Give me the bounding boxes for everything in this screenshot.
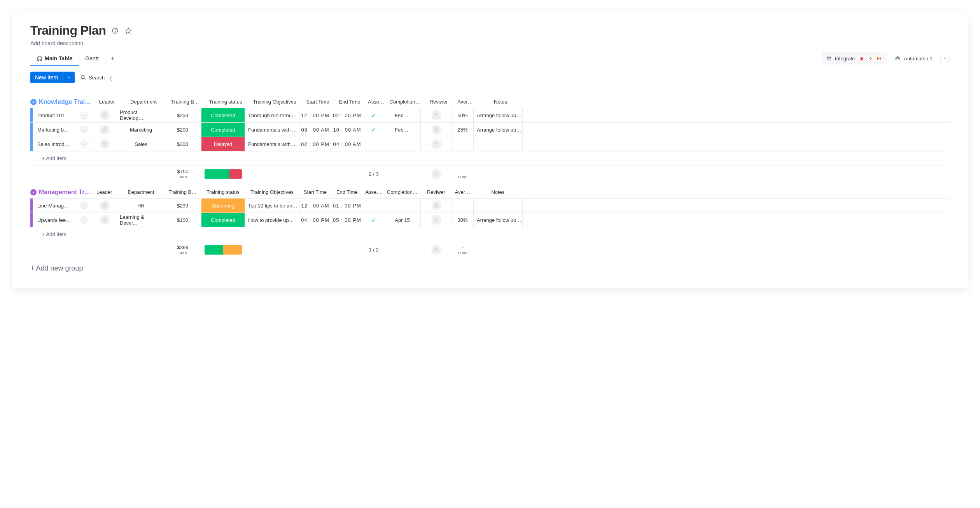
start-time-cell[interactable]: 12 : 00 AM [299,199,331,213]
table-row[interactable]: Sales Introd… Sales $300 Delayed Fundame… [30,137,950,151]
notes-cell[interactable]: Arrange follow up… [474,108,523,122]
open-item-icon[interactable] [80,126,88,133]
average-cell[interactable]: 30% [452,213,474,227]
notes-cell[interactable] [474,137,523,151]
item-name-cell[interactable]: Sales Introd… [33,137,91,151]
objectives-cell[interactable]: How to provide up… [245,213,299,227]
open-item-icon[interactable] [80,112,88,119]
department-cell[interactable]: Marketing [118,123,164,137]
board-subtitle[interactable]: Add board description [30,40,950,46]
col-notes[interactable]: Notes [473,186,522,198]
end-time-cell[interactable]: 01 : 00 PM [331,199,363,213]
col-status[interactable]: Training status [201,186,245,198]
assessment-cell[interactable] [363,199,384,213]
status-cell[interactable]: Completed [201,108,245,122]
group-title[interactable]: Knowledge Train… [39,98,93,105]
open-item-icon[interactable] [80,141,88,148]
reviewer-cell[interactable] [421,108,452,122]
table-row[interactable]: Marketing b… Marketing $200 Completed Fu… [30,123,950,137]
leader-cell[interactable] [91,123,118,137]
assessment-cell[interactable]: ✓ [363,213,384,227]
department-cell[interactable]: HR [118,199,164,213]
end-time-cell[interactable]: 10 : 00 AM [331,123,363,137]
reviewer-cell[interactable] [421,123,452,137]
start-time-cell[interactable]: 12 : 00 PM [299,108,331,122]
col-notes[interactable]: Notes [476,96,525,108]
end-time-cell[interactable]: 02 : 00 PM [331,108,363,122]
average-cell[interactable] [452,137,474,151]
notes-cell[interactable] [474,199,523,213]
start-time-cell[interactable]: 02 : 00 PM [299,137,331,151]
open-item-icon[interactable] [80,216,88,223]
objectives-cell[interactable]: Fundamentals with … [245,137,299,151]
start-time-cell[interactable]: 04 : 00 PM [299,213,331,227]
status-cell[interactable]: Delayed [201,137,245,151]
status-cell[interactable]: Completed [201,123,245,137]
col-department[interactable]: Department [118,186,164,198]
budget-cell[interactable]: $299 [164,199,201,213]
objectives-cell[interactable]: Thorough run-throu… [245,108,299,122]
col-end-time[interactable]: End Time [331,186,363,198]
end-time-cell[interactable]: 05 : 00 PM [331,213,363,227]
board-title[interactable]: Training Plan [30,23,106,38]
budget-cell[interactable]: $100 [164,213,201,227]
table-row[interactable]: Product 101 Product Develop… $250 Comple… [30,108,950,123]
col-objectives[interactable]: Training Objectives [247,96,302,108]
completion-cell[interactable]: Apr 15 [384,213,421,227]
end-time-cell[interactable]: 04 : 00 AM [331,137,363,151]
leader-cell[interactable] [91,199,118,213]
status-cell[interactable]: Completed [201,213,245,227]
status-cell[interactable]: Upcoming [201,199,245,213]
new-item-button[interactable]: New Item [30,72,75,83]
search-button[interactable]: Search [80,74,105,81]
table-row[interactable]: Line Manag… HR $299 Upcoming Top 10 tips… [30,199,950,213]
budget-cell[interactable]: $200 [164,123,201,137]
budget-cell[interactable]: $250 [164,108,201,122]
add-item-row[interactable]: + Add Item [30,151,950,165]
col-average[interactable]: Aver… [454,96,476,108]
collapse-header-button[interactable] [940,54,950,63]
automate-button[interactable]: Automate / 1 [891,53,936,64]
add-item-row[interactable]: + Add Item [30,227,950,241]
add-new-group[interactable]: + Add new group [30,264,950,272]
col-start-time[interactable]: Start Time [302,96,334,108]
notes-cell[interactable]: Arrange follow up… [474,123,523,137]
col-objectives[interactable]: Training Objectives [245,186,299,198]
leader-cell[interactable] [91,137,118,151]
group-title[interactable]: Management Tr… [39,189,91,196]
item-name-cell[interactable]: Product 101 [33,108,91,122]
department-cell[interactable]: Sales [118,137,164,151]
objectives-cell[interactable]: Fundamentals with … [245,123,299,137]
objectives-cell[interactable]: Top 10 tips to be an… [245,199,299,213]
assessment-cell[interactable]: ✓ [363,123,384,137]
chevron-down-icon[interactable] [63,73,75,82]
col-department[interactable]: Department [121,96,166,108]
start-time-cell[interactable]: 09 : 00 AM [299,123,331,137]
department-cell[interactable]: Learning & Devel… [118,213,164,227]
col-budget[interactable]: Training B… [164,186,201,198]
col-budget[interactable]: Training B… [166,96,204,108]
average-cell[interactable]: 50% [452,108,474,122]
assessment-cell[interactable] [363,137,384,151]
col-end-time[interactable]: End Time [334,96,366,108]
collapse-group-icon[interactable] [30,189,37,195]
integrate-button[interactable]: Integrate ◉ [822,52,887,65]
leader-cell[interactable] [91,213,118,227]
collapse-group-icon[interactable] [30,99,37,105]
completion-cell[interactable]: Feb … [384,123,421,137]
col-completion[interactable]: Completion… [384,186,420,198]
completion-cell[interactable] [384,137,421,151]
tab-main-table[interactable]: Main Table [30,51,79,66]
item-name-cell[interactable]: Line Manag… [33,199,91,213]
col-status[interactable]: Training status [204,96,247,108]
table-row[interactable]: Upwards fee… Learning & Devel… $100 Comp… [30,213,950,227]
completion-cell[interactable] [384,199,421,213]
col-reviewer[interactable]: Reviwer [423,96,454,108]
leader-cell[interactable] [91,108,118,122]
col-assessment[interactable]: Asse… [366,96,387,108]
col-start-time[interactable]: Start Time [299,186,331,198]
tab-gantt[interactable]: Gantt [79,51,105,65]
add-tab-button[interactable]: + [105,51,120,66]
col-leader[interactable]: Leader [91,186,118,198]
info-icon[interactable] [111,27,119,35]
